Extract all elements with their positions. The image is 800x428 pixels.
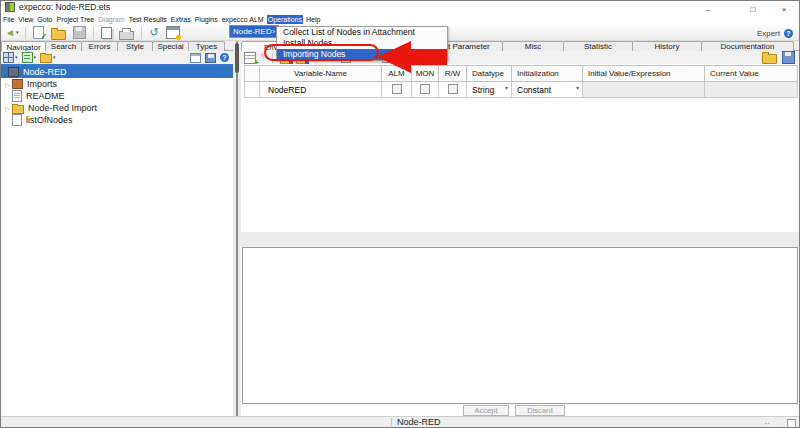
minimize-icon: – bbox=[706, 5, 710, 14]
accept-button[interactable]: Accept bbox=[463, 405, 509, 416]
menu-project-tree[interactable]: Project Tree bbox=[56, 15, 96, 24]
resize-grip[interactable] bbox=[787, 419, 796, 428]
tab-history[interactable]: History bbox=[632, 41, 702, 51]
menu-operations[interactable]: Operations bbox=[267, 15, 303, 24]
mon-cell bbox=[412, 82, 439, 98]
table-header-row: Variable-Name ALM MON R/W Datatype Initi… bbox=[245, 66, 798, 82]
statusbar: Node-RED ↔ bbox=[1, 416, 799, 427]
col-rw[interactable]: R/W bbox=[439, 66, 467, 82]
tree-item-label: Imports bbox=[27, 79, 57, 89]
menu-expecco-alm[interactable]: expecco ALM bbox=[221, 15, 265, 24]
environment-toolbar-right bbox=[762, 51, 795, 64]
mon-checkbox[interactable] bbox=[420, 84, 430, 94]
tree-item-label: README bbox=[26, 91, 65, 101]
save-view-icon[interactable] bbox=[205, 53, 216, 63]
col-initial-value[interactable]: Initial Value/Expression bbox=[583, 66, 705, 82]
statusbar-divider bbox=[391, 418, 392, 426]
col-datatype[interactable]: Datatype bbox=[467, 66, 512, 82]
tab-documentation[interactable]: Documentation bbox=[701, 41, 794, 51]
horizontal-splitter[interactable] bbox=[241, 232, 799, 247]
menu-view[interactable]: View bbox=[17, 15, 34, 24]
view-mode-button[interactable]: ▾ bbox=[3, 52, 18, 64]
tree-item-imports[interactable]: ▷ Imports bbox=[1, 78, 233, 90]
tree-view-icon bbox=[22, 52, 33, 63]
settings-button[interactable] bbox=[166, 26, 180, 40]
initial-value-cell[interactable] bbox=[583, 82, 705, 98]
add-variable-button[interactable]: + bbox=[244, 52, 256, 64]
variable-name-cell[interactable]: NodeRED bbox=[260, 82, 382, 98]
menu-item-node-red[interactable]: Node-RED bbox=[233, 27, 272, 36]
close-icon: × bbox=[782, 5, 787, 14]
tab-misc[interactable]: Misc bbox=[502, 41, 564, 51]
toolbar-separator bbox=[25, 27, 26, 39]
tab-special[interactable]: Special bbox=[152, 41, 189, 51]
open-folder-icon bbox=[51, 30, 66, 40]
menu-help[interactable]: Help bbox=[305, 15, 321, 24]
window-title: expecco: Node-RED.ets bbox=[19, 2, 110, 12]
tab-statistic[interactable]: Statistic bbox=[563, 41, 633, 51]
minimize-button[interactable]: – bbox=[693, 1, 723, 17]
row-selector-cell[interactable] bbox=[245, 82, 260, 98]
tab-errors[interactable]: Errors bbox=[81, 41, 118, 51]
window-icon[interactable] bbox=[190, 53, 201, 63]
tree-item-label: Node-Red Import bbox=[28, 103, 97, 113]
tree-item-listofnodes[interactable]: listOfNodes bbox=[1, 114, 233, 126]
expert-label: Expert bbox=[757, 29, 780, 38]
folder-mode-button[interactable]: ▾ bbox=[40, 52, 56, 64]
tab-search[interactable]: Search bbox=[45, 41, 82, 51]
col-mon[interactable]: MON bbox=[412, 66, 439, 82]
copy-icon bbox=[101, 27, 112, 39]
tab-style[interactable]: Style bbox=[117, 41, 153, 51]
col-initialization[interactable]: Initialization bbox=[512, 66, 583, 82]
initialization-select[interactable]: Constant ▾ bbox=[512, 82, 583, 98]
duplicate-button[interactable] bbox=[101, 26, 112, 40]
comment-editor-pane[interactable] bbox=[242, 247, 798, 404]
panel-splitter[interactable] bbox=[233, 41, 241, 416]
save-button[interactable] bbox=[73, 26, 86, 40]
red-arrow-annotation bbox=[377, 41, 411, 73]
col-variable-name[interactable]: Variable-Name bbox=[260, 66, 382, 82]
tree-item-readme[interactable]: README bbox=[1, 90, 233, 102]
splitter-handle[interactable] bbox=[235, 43, 239, 73]
package-icon bbox=[12, 79, 23, 89]
menu-item-collect-list[interactable]: Collect List of Nodes in Attachment bbox=[277, 27, 447, 38]
tree-item-node-red[interactable]: Node-RED bbox=[1, 66, 233, 78]
tree-mode-button[interactable]: ▾ bbox=[22, 52, 37, 64]
dropdown-icon[interactable]: ▾ bbox=[505, 85, 508, 91]
print-button[interactable] bbox=[119, 26, 134, 40]
initialization-value: Constant bbox=[517, 85, 551, 95]
dropdown-icon[interactable]: ▾ bbox=[576, 85, 579, 91]
help-icon[interactable]: ? bbox=[784, 29, 793, 38]
menu-extras[interactable]: Extras bbox=[170, 15, 192, 24]
statusbar-text: Node-RED bbox=[397, 417, 441, 428]
menu-test-results[interactable]: Test Results bbox=[128, 15, 168, 24]
accept-item-button[interactable]: ✓ bbox=[33, 26, 44, 40]
help-icon[interactable]: ? bbox=[220, 53, 229, 62]
undo-button[interactable]: ↺ bbox=[149, 26, 158, 40]
close-button[interactable]: × bbox=[770, 1, 798, 17]
table-row[interactable]: NodeRED String ▾ Constant ▾ bbox=[245, 82, 798, 98]
expand-arrow-icon[interactable]: ▷ bbox=[3, 105, 12, 112]
datatype-value: String bbox=[472, 85, 494, 95]
toolbar-separator bbox=[93, 27, 94, 39]
tree-item-node-red-import[interactable]: ▷ Node-Red Import bbox=[1, 102, 233, 114]
rw-cell bbox=[439, 82, 467, 98]
col-current-value[interactable]: Current Value bbox=[705, 66, 798, 82]
rw-checkbox[interactable] bbox=[448, 84, 458, 94]
datatype-select[interactable]: String ▾ bbox=[467, 82, 512, 98]
open-button[interactable] bbox=[51, 26, 66, 40]
red-arrow-shaft-annotation bbox=[411, 49, 447, 65]
maximize-button[interactable]: □ bbox=[738, 1, 768, 17]
menu-file[interactable]: File bbox=[2, 15, 15, 24]
history-back-button[interactable]: ◄ ▾ bbox=[5, 26, 18, 40]
expand-arrow-icon[interactable]: ▷ bbox=[3, 81, 12, 88]
menu-plugins[interactable]: Plugins bbox=[194, 15, 219, 24]
resize-icon[interactable]: ↔ bbox=[763, 417, 771, 428]
menu-goto[interactable]: Goto bbox=[36, 15, 53, 24]
current-value-cell[interactable] bbox=[705, 82, 798, 98]
discard-button[interactable]: Discard bbox=[515, 405, 565, 416]
save-environment-icon[interactable] bbox=[782, 51, 795, 64]
alm-checkbox[interactable] bbox=[392, 84, 402, 94]
load-environment-icon[interactable] bbox=[762, 54, 777, 64]
tab-types[interactable]: Types bbox=[188, 41, 225, 51]
